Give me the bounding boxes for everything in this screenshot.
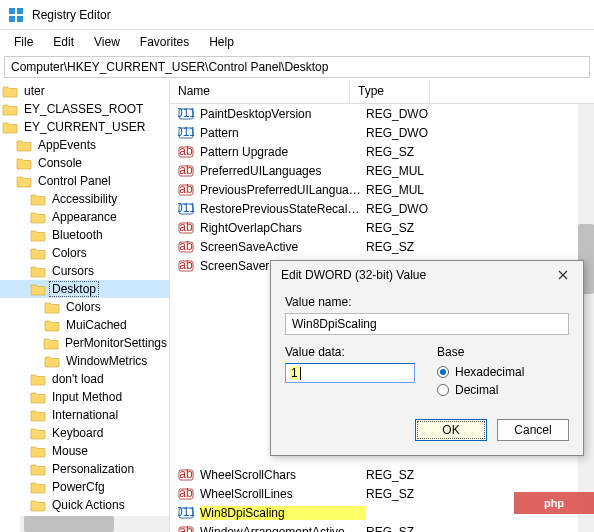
- tree-item[interactable]: PowerCfg: [0, 478, 169, 496]
- list-row[interactable]: 011RestorePreviousStateRecalcBe...REG_DW…: [170, 199, 594, 218]
- folder-icon: [30, 282, 46, 296]
- value-type-cell: REG_SZ: [366, 468, 446, 482]
- menu-favorites[interactable]: Favorites: [130, 32, 199, 52]
- tree-item[interactable]: don't load: [0, 370, 169, 388]
- tree-item[interactable]: uter: [0, 82, 169, 100]
- menu-file[interactable]: File: [4, 32, 43, 52]
- tree-item[interactable]: PerMonitorSettings: [0, 334, 169, 352]
- radio-icon: [437, 384, 449, 396]
- dialog-titlebar[interactable]: Edit DWORD (32-bit) Value: [271, 261, 583, 289]
- list-row[interactable]: 011PatternREG_DWO: [170, 123, 594, 142]
- list-row[interactable]: abRightOverlapCharsREG_SZ: [170, 218, 594, 237]
- tree-item[interactable]: Desktop: [0, 280, 169, 298]
- tree-item[interactable]: Quick Actions: [0, 496, 169, 514]
- value-type-cell: REG_SZ: [366, 221, 446, 235]
- tree-item-label: Desktop: [50, 282, 98, 296]
- value-name-cell: PreferredUILanguages: [200, 164, 366, 178]
- tree-item[interactable]: EY_CURRENT_USER: [0, 118, 169, 136]
- svg-text:011: 011: [178, 201, 194, 215]
- svg-rect-1: [17, 8, 23, 14]
- tree-item-label: International: [50, 408, 120, 422]
- tree-item[interactable]: Appearance: [0, 208, 169, 226]
- folder-icon: [43, 336, 59, 350]
- tree-item[interactable]: Cursors: [0, 262, 169, 280]
- value-name-cell: Pattern Upgrade: [200, 145, 366, 159]
- list-row[interactable]: abWheelScrollCharsREG_SZ: [170, 465, 594, 484]
- menu-view[interactable]: View: [84, 32, 130, 52]
- string-icon: ab: [178, 163, 194, 179]
- cancel-button[interactable]: Cancel: [497, 419, 569, 441]
- value-name-field[interactable]: Win8DpiScaling: [285, 313, 569, 335]
- tree-item-label: Accessibility: [50, 192, 119, 206]
- ok-button[interactable]: OK: [415, 419, 487, 441]
- list-row[interactable]: abScreenSaveActiveREG_SZ: [170, 237, 594, 256]
- tree-horizontal-scrollbar[interactable]: [20, 516, 169, 532]
- value-name-cell: Win8DpiScaling: [200, 506, 366, 520]
- folder-icon: [30, 210, 46, 224]
- tree-item-label: Quick Actions: [50, 498, 127, 512]
- list-row[interactable]: abWindowArrangementActiveREG_SZ: [170, 522, 594, 532]
- tree-item[interactable]: Mouse: [0, 442, 169, 460]
- value-type-cell: REG_MUL: [366, 183, 446, 197]
- tree-item[interactable]: Accessibility: [0, 190, 169, 208]
- tree-item[interactable]: International: [0, 406, 169, 424]
- string-icon: ab: [178, 486, 194, 502]
- folder-icon: [30, 426, 46, 440]
- value-name-cell: WindowArrangementActive: [200, 525, 366, 533]
- column-type[interactable]: Type: [350, 80, 430, 103]
- menu-edit[interactable]: Edit: [43, 32, 84, 52]
- radio-hexadecimal[interactable]: Hexadecimal: [437, 365, 569, 379]
- tree-item-label: WindowMetrics: [64, 354, 149, 368]
- tree-item-label: don't load: [50, 372, 106, 386]
- tree-item[interactable]: Personalization: [0, 460, 169, 478]
- address-bar[interactable]: Computer\HKEY_CURRENT_USER\Control Panel…: [4, 56, 590, 78]
- string-icon: ab: [178, 239, 194, 255]
- list-row[interactable]: abPreviousPreferredUILanguagesREG_MUL: [170, 180, 594, 199]
- radio-icon: [437, 366, 449, 378]
- base-group-label: Base: [437, 345, 569, 359]
- list-row[interactable]: abPattern UpgradeREG_SZ: [170, 142, 594, 161]
- menu-help[interactable]: Help: [199, 32, 244, 52]
- list-row[interactable]: 011PaintDesktopVersionREG_DWO: [170, 104, 594, 123]
- tree-item[interactable]: Input Method: [0, 388, 169, 406]
- tree-item[interactable]: Console: [0, 154, 169, 172]
- string-icon: ab: [178, 144, 194, 160]
- column-name[interactable]: Name: [170, 80, 350, 103]
- svg-text:ab: ab: [179, 239, 193, 253]
- tree-item[interactable]: Colors: [0, 298, 169, 316]
- titlebar: Registry Editor: [0, 0, 594, 30]
- value-type-cell: REG_DWO: [366, 202, 446, 216]
- close-icon[interactable]: [553, 265, 573, 285]
- value-data-input[interactable]: 1: [285, 363, 415, 383]
- svg-text:ab: ab: [179, 524, 193, 533]
- value-type-cell: REG_DWO: [366, 107, 446, 121]
- dword-icon: 011: [178, 125, 194, 141]
- tree-item[interactable]: Bluetooth: [0, 226, 169, 244]
- tree-item[interactable]: AppEvents: [0, 136, 169, 154]
- tree-item[interactable]: MuiCached: [0, 316, 169, 334]
- folder-icon: [30, 480, 46, 494]
- tree-item[interactable]: Colors: [0, 244, 169, 262]
- svg-rect-3: [17, 16, 23, 22]
- tree-item[interactable]: EY_CLASSES_ROOT: [0, 100, 169, 118]
- folder-icon: [30, 498, 46, 512]
- svg-text:ab: ab: [179, 144, 193, 158]
- address-path: Computer\HKEY_CURRENT_USER\Control Panel…: [11, 60, 328, 74]
- tree-item-label: Console: [36, 156, 84, 170]
- folder-icon: [16, 156, 32, 170]
- tree-item-label: AppEvents: [36, 138, 98, 152]
- value-name-cell: RightOverlapChars: [200, 221, 366, 235]
- dword-icon: 011: [178, 505, 194, 521]
- tree-item-label: MuiCached: [64, 318, 129, 332]
- dword-icon: 011: [178, 106, 194, 122]
- string-icon: ab: [178, 258, 194, 274]
- tree-item[interactable]: Keyboard: [0, 424, 169, 442]
- value-type-cell: REG_SZ: [366, 525, 446, 533]
- folder-icon: [30, 372, 46, 386]
- folder-icon: [30, 408, 46, 422]
- dword-icon: 011: [178, 201, 194, 217]
- tree-item[interactable]: WindowMetrics: [0, 352, 169, 370]
- tree-item[interactable]: Control Panel: [0, 172, 169, 190]
- radio-decimal[interactable]: Decimal: [437, 383, 569, 397]
- list-row[interactable]: abPreferredUILanguagesREG_MUL: [170, 161, 594, 180]
